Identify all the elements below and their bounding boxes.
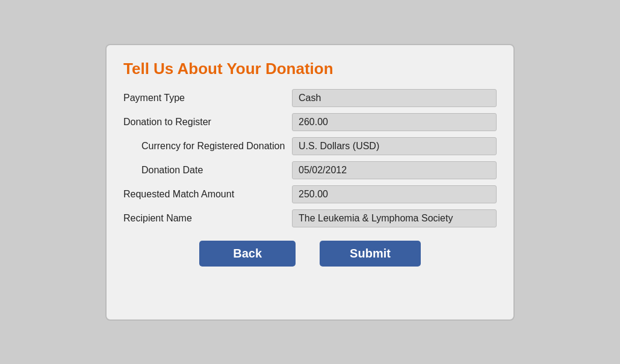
form-row: Currency for Registered DonationU.S. Dol… <box>123 137 497 155</box>
form-row: Payment TypeCash <box>123 89 497 107</box>
form-row: Donation Date05/02/2012 <box>123 161 497 179</box>
field-label-1: Donation to Register <box>123 117 292 128</box>
field-label-3: Donation Date <box>123 165 292 176</box>
form-row: Donation to Register260.00 <box>123 113 497 131</box>
form-title: Tell Us About Your Donation <box>123 60 497 78</box>
field-label-2: Currency for Registered Donation <box>123 141 292 152</box>
field-value-5: The Leukemia & Lymphoma Society <box>292 209 497 227</box>
form-row: Recipient NameThe Leukemia & Lymphoma So… <box>123 209 497 227</box>
field-label-5: Recipient Name <box>123 213 292 224</box>
field-value-3: 05/02/2012 <box>292 161 497 179</box>
submit-button[interactable]: Submit <box>320 241 421 267</box>
button-row: Back Submit <box>123 241 497 267</box>
donation-form-card: Tell Us About Your Donation Payment Type… <box>105 44 515 321</box>
field-value-0: Cash <box>292 89 497 107</box>
field-value-2: U.S. Dollars (USD) <box>292 137 497 155</box>
field-label-4: Requested Match Amount <box>123 189 292 200</box>
field-value-4: 250.00 <box>292 185 497 203</box>
field-value-1: 260.00 <box>292 113 497 131</box>
field-label-0: Payment Type <box>123 93 292 103</box>
form-row: Requested Match Amount250.00 <box>123 185 497 203</box>
back-button[interactable]: Back <box>199 241 296 267</box>
